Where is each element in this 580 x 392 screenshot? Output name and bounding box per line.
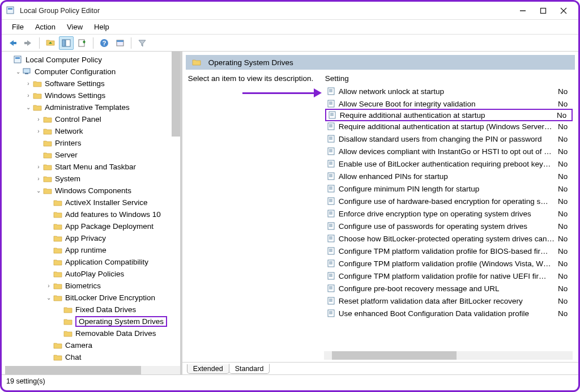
tree-app-privacy[interactable]: App Privacy [5,232,180,244]
setting-state: No [558,284,570,293]
detail-title: Operating System Drives [208,58,293,67]
setting-row[interactable]: Configure use of hardware-based encrypti… [325,195,573,207]
show-tree-button[interactable] [59,36,74,50]
setting-label: Configure pre-boot recovery message and … [339,284,555,293]
tree-chat[interactable]: Chat [5,351,180,363]
svg-rect-13 [24,42,28,44]
setting-row[interactable]: Configure use of passwords for operating… [325,220,573,232]
tree-app-compatibility[interactable]: Application Compatibility [5,256,180,268]
tab-extended[interactable]: Extended [187,364,229,374]
tree-root[interactable]: Local Computer Policy [5,54,180,66]
tree-windows-settings[interactable]: › Windows Settings [5,90,180,101]
policy-icon [327,309,335,317]
setting-row[interactable]: Choose how BitLocker-protected operating… [325,232,573,245]
tab-standard[interactable]: Standard [229,364,270,374]
setting-label: Disallow standard users from changing th… [339,135,555,143]
statusbar: 19 setting(s) [2,374,578,387]
svg-rect-9 [541,8,546,13]
setting-row[interactable]: Enable use of BitLocker authentication r… [325,157,573,170]
detail-hscroll[interactable] [324,351,573,360]
tree-server[interactable]: Server [5,149,180,161]
policy-icon [327,87,335,95]
policy-icon [327,100,335,108]
setting-state: No [558,210,570,218]
tree-administrative-templates[interactable]: ⌄ Administrative Templates [5,101,180,113]
tree-bitlocker[interactable]: ⌄ BitLocker Drive Encryption [5,292,180,304]
setting-row[interactable]: Configure TPM platform validation profil… [325,257,573,270]
nav-back-button[interactable] [5,36,20,50]
setting-row[interactable]: Configure pre-boot recovery message and … [325,282,573,295]
policy-icon [327,259,335,267]
setting-row[interactable]: Enforce drive encryption type on operati… [325,207,573,220]
tree-hscroll[interactable] [5,366,180,374]
setting-label: Enable use of BitLocker authentication r… [339,160,555,168]
properties-button[interactable] [113,36,127,50]
tree-system[interactable]: › System [5,173,180,185]
setting-row[interactable]: Configure minimum PIN length for startup… [325,182,573,195]
setting-state: No [558,272,570,280]
setting-state: No [558,185,570,193]
tree-vscroll-thumb[interactable] [172,52,180,137]
tree-control-panel[interactable]: › Control Panel [5,113,180,125]
tree-printers[interactable]: Printers [5,137,180,149]
tree-app-package[interactable]: App Package Deployment [5,220,180,232]
setting-state: No [558,222,570,231]
svg-rect-15 [66,40,70,46]
setting-row[interactable]: Allow Secure Boot for integrity validati… [325,97,573,110]
setting-label: Configure TPM platform validation profil… [339,259,555,268]
toolbar: ? [2,35,578,52]
tree-autoplay[interactable]: AutoPlay Policies [5,268,180,280]
tree-hscroll-thumb[interactable] [5,366,141,374]
tree-biometrics[interactable]: › Biometrics [5,280,180,292]
tree-os-drives[interactable]: Operating System Drives [5,316,180,327]
menubar: File Action View Help [2,20,578,35]
close-button[interactable] [553,3,574,19]
maximize-button[interactable] [533,3,553,19]
tree-start-menu[interactable]: › Start Menu and Taskbar [5,161,180,173]
help-button[interactable]: ? [97,36,112,50]
policy-icon [327,160,335,168]
column-header-setting[interactable]: Setting [325,74,573,85]
setting-row[interactable]: Allow enhanced PINs for startupNo [325,170,573,182]
setting-row[interactable]: Allow network unlock at startupNo [325,85,573,97]
setting-row[interactable]: Disallow standard users from changing th… [325,133,573,145]
export-button[interactable] [75,36,89,50]
menu-action[interactable]: Action [31,22,60,32]
setting-row[interactable]: Configure TPM platform validation profil… [325,270,573,282]
setting-row[interactable]: Require additional authentication at sta… [325,120,573,133]
filter-button[interactable] [135,36,150,50]
tree-windows-components[interactable]: ⌄ Windows Components [5,185,180,197]
setting-state: No [558,247,570,255]
tree-add-features[interactable]: Add features to Windows 10 [5,208,180,220]
tree-camera[interactable]: Camera [5,339,180,351]
setting-label: Use enhanced Boot Configuration Data val… [339,309,555,318]
tree-software-settings[interactable]: › Software Settings [5,78,180,90]
setting-row[interactable]: Require additional authentication at sta… [325,109,573,121]
minimize-button[interactable] [513,3,533,19]
menu-help[interactable]: Help [89,22,114,32]
setting-row[interactable]: Configure TPM platform validation profil… [325,245,573,257]
tree-computer-configuration[interactable]: ⌄ Computer Configuration [5,66,180,78]
policy-icon [327,122,335,130]
menu-view[interactable]: View [62,22,87,32]
setting-row[interactable]: Allow devices compliant with InstantGo o… [325,145,573,157]
setting-label: Allow devices compliant with InstantGo o… [339,147,555,156]
tree-removable-drives[interactable]: Removable Data Drives [5,327,180,339]
policy-icon [327,135,335,143]
up-button[interactable] [43,36,58,50]
svg-rect-14 [62,40,65,46]
tree-activex[interactable]: ActiveX Installer Service [5,197,180,208]
tree-network[interactable]: › Network [5,125,180,137]
menu-file[interactable]: File [7,22,28,32]
tree-fixed-drives[interactable]: Fixed Data Drives [5,304,180,316]
setting-label: Configure use of hardware-based encrypti… [339,197,555,206]
tree-app-runtime[interactable]: App runtime [5,244,180,256]
setting-label: Configure minimum PIN length for startup [339,185,555,193]
nav-forward-button[interactable] [21,36,36,50]
svg-rect-16 [79,40,84,46]
setting-state: No [557,111,569,120]
detail-hscroll-thumb[interactable] [332,351,457,360]
setting-row[interactable]: Use enhanced Boot Configuration Data val… [325,307,573,319]
setting-state: No [558,297,570,305]
setting-row[interactable]: Reset platform validation data after Bit… [325,295,573,307]
